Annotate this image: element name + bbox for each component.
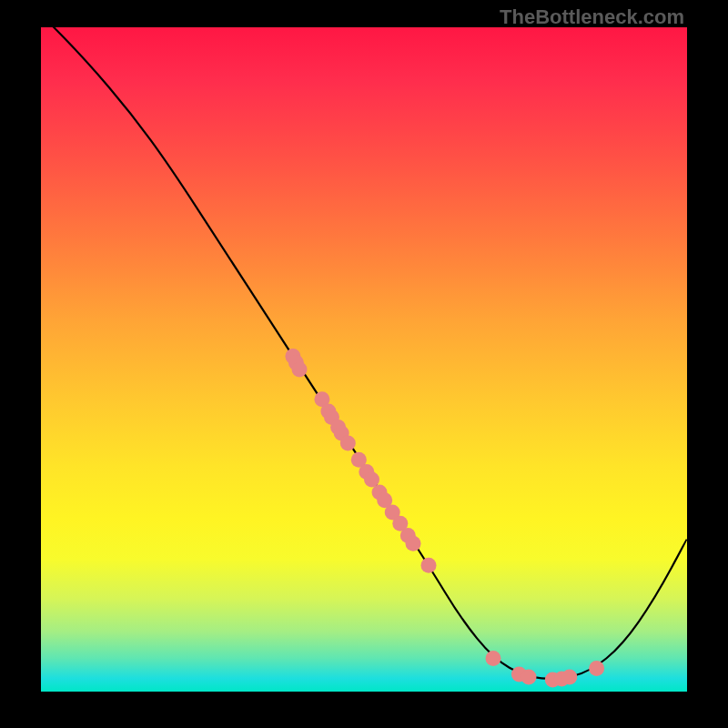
data-marker [421, 558, 437, 573]
data-marker [406, 536, 421, 551]
data-marker [340, 436, 356, 451]
chart-svg [41, 27, 687, 692]
data-marker [589, 661, 604, 676]
data-marker [292, 361, 308, 377]
bottleneck-curve [41, 14, 687, 678]
watermark-text: TheBottleneck.com [500, 5, 684, 29]
data-marker [561, 669, 577, 684]
data-marker [486, 651, 501, 666]
data-markers-group [285, 349, 604, 688]
chart-container [41, 27, 687, 692]
data-marker [521, 669, 537, 684]
